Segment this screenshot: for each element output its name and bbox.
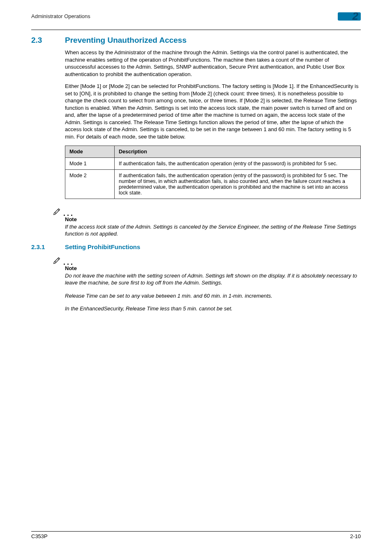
- footer-row: C353P 2-10: [31, 533, 361, 539]
- section-number: 2.3: [31, 36, 53, 45]
- note-label: Note: [65, 216, 361, 222]
- chapter-number: 2: [353, 10, 358, 23]
- table-row: Mode 2 If authentication fails, the auth…: [65, 169, 361, 199]
- page-footer: C353P 2-10: [31, 531, 361, 539]
- table-header-row: Mode Description: [65, 146, 361, 157]
- table-cell-description: If authentication fails, the authenticat…: [115, 169, 361, 199]
- note-body: Release Time can be set to any value bet…: [65, 292, 361, 300]
- footer-model: C353P: [31, 533, 48, 539]
- ellipsis-icon: ...: [63, 211, 74, 215]
- paragraph: When access by the Administrator of the …: [65, 49, 361, 78]
- section-heading: 2.3 Preventing Unauthorized Access: [31, 36, 361, 45]
- note-body: Do not leave the machine with the settin…: [65, 272, 361, 287]
- footer-page-number: 2-10: [350, 533, 361, 539]
- note-icon-row: ...: [53, 255, 361, 264]
- page-header: Administrator Operations 2: [31, 12, 361, 30]
- note-body: If the access lock state of the Admin. S…: [65, 223, 361, 238]
- note-label: Note: [65, 265, 361, 271]
- page: Administrator Operations 2 2.3 Preventin…: [0, 0, 392, 555]
- subsection-heading: 2.3.1 Setting ProhibitFunctions: [31, 243, 361, 250]
- modes-table: Mode Description Mode 1 If authenticatio…: [65, 146, 361, 199]
- header-rule: [31, 30, 361, 30]
- table-cell-description: If authentication fails, the authenticat…: [115, 157, 361, 169]
- paragraph: Either [Mode 1] or [Mode 2] can be selec…: [65, 83, 361, 140]
- note-body: In the EnhancedSecurity, Release Time le…: [65, 305, 361, 312]
- table-cell-mode: Mode 2: [65, 169, 115, 199]
- pencil-icon: [53, 206, 62, 215]
- ellipsis-icon: ...: [63, 260, 74, 264]
- table-header-description: Description: [115, 146, 361, 157]
- running-title: Administrator Operations: [31, 12, 90, 19]
- section-title: Preventing Unauthorized Access: [65, 36, 187, 45]
- subsection-title: Setting ProhibitFunctions: [65, 243, 140, 250]
- table-cell-mode: Mode 1: [65, 157, 115, 169]
- pencil-icon: [53, 255, 62, 264]
- section-body: When access by the Administrator of the …: [65, 49, 361, 199]
- chapter-badge: 2: [338, 12, 361, 25]
- table-header-mode: Mode: [65, 146, 115, 157]
- footer-rule: [31, 531, 361, 532]
- subsection-number: 2.3.1: [31, 243, 53, 250]
- note-icon-row: ...: [53, 206, 361, 215]
- table-row: Mode 1 If authentication fails, the auth…: [65, 157, 361, 169]
